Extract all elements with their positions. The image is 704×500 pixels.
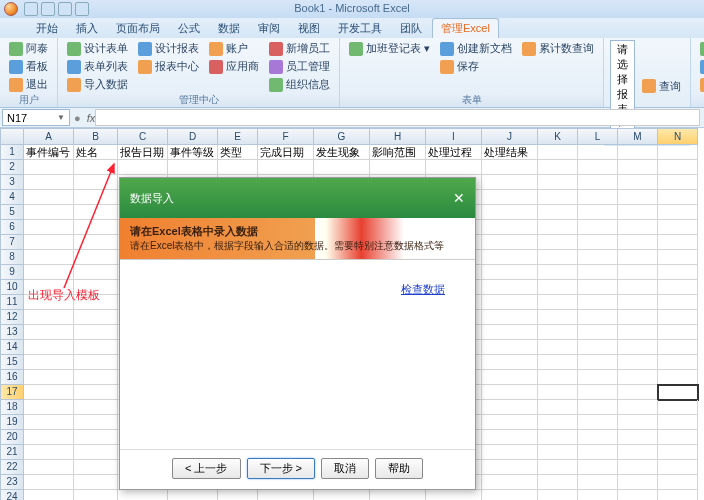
cell[interactable] [74,490,118,500]
row-header[interactable]: 10 [0,280,24,295]
cell[interactable] [618,205,658,220]
row-header[interactable]: 24 [0,490,24,500]
cell[interactable] [538,220,578,235]
cell[interactable] [658,370,698,385]
cell[interactable]: 处理结果 [482,145,538,160]
col-header-I[interactable]: I [426,128,482,145]
cell[interactable] [426,160,482,175]
cell[interactable] [618,340,658,355]
col-header-H[interactable]: H [370,128,426,145]
cell[interactable] [74,160,118,175]
col-header-L[interactable]: L [578,128,618,145]
cell[interactable] [578,295,618,310]
cell[interactable] [578,400,618,415]
cell[interactable] [482,445,538,460]
ribbon-btn[interactable]: 累计数查询 [519,40,597,57]
cell[interactable] [578,220,618,235]
cell[interactable] [658,190,698,205]
cell[interactable] [658,340,698,355]
cell[interactable]: 事件编号 [24,145,74,160]
cell[interactable] [618,160,658,175]
cell[interactable] [74,385,118,400]
cell[interactable] [538,445,578,460]
cell[interactable] [538,400,578,415]
cell[interactable] [618,265,658,280]
cell[interactable] [538,325,578,340]
cell[interactable] [538,475,578,490]
cell[interactable] [482,265,538,280]
cell[interactable] [482,460,538,475]
cell[interactable] [578,145,618,160]
cell[interactable] [74,250,118,265]
tab-9[interactable]: 管理Excel [432,18,499,38]
cell[interactable] [618,220,658,235]
cell[interactable] [538,460,578,475]
cell[interactable] [258,490,314,500]
cell[interactable] [74,475,118,490]
cell[interactable] [618,400,658,415]
cell[interactable] [618,310,658,325]
row-header[interactable]: 13 [0,325,24,340]
ribbon-btn[interactable]: 新增员工 [266,40,333,57]
cell[interactable] [24,355,74,370]
cell[interactable] [74,415,118,430]
cell[interactable] [482,385,538,400]
ribbon-btn[interactable]: 设计报表 [135,40,202,57]
prev-button[interactable]: < 上一步 [172,458,240,479]
cell[interactable] [618,415,658,430]
cell[interactable] [618,430,658,445]
cell[interactable] [578,370,618,385]
cell[interactable] [578,190,618,205]
col-header-M[interactable]: M [618,128,658,145]
cell[interactable] [578,280,618,295]
tab-4[interactable]: 数据 [210,19,248,38]
qat-print-icon[interactable] [75,2,89,16]
cell[interactable] [218,490,258,500]
ribbon-btn[interactable]: 账户 [206,40,262,57]
col-header-N[interactable]: N [658,128,698,145]
cell[interactable] [658,280,698,295]
cell[interactable] [482,250,538,265]
cell[interactable] [658,445,698,460]
cell[interactable] [24,475,74,490]
tab-7[interactable]: 开发工具 [330,19,390,38]
fx-icon[interactable]: fx [87,112,96,124]
row-header[interactable]: 16 [0,370,24,385]
cell[interactable] [24,175,74,190]
cell[interactable] [74,220,118,235]
row-header[interactable]: 14 [0,340,24,355]
ribbon-btn[interactable]: 应用商 [206,58,262,75]
cell[interactable] [24,415,74,430]
tab-3[interactable]: 公式 [170,19,208,38]
cell[interactable] [24,445,74,460]
cell[interactable] [118,490,168,500]
cell[interactable] [618,355,658,370]
cell[interactable] [658,160,698,175]
cell[interactable] [538,310,578,325]
ribbon-btn[interactable]: 保存 [437,58,515,75]
row-header[interactable]: 9 [0,265,24,280]
cell[interactable] [74,460,118,475]
cell[interactable] [482,400,538,415]
row-header[interactable]: 6 [0,220,24,235]
row-header[interactable]: 17 [0,385,24,400]
row-header[interactable]: 21 [0,445,24,460]
col-header-G[interactable]: G [314,128,370,145]
cell[interactable] [578,325,618,340]
cell[interactable] [658,430,698,445]
row-header[interactable]: 23 [0,475,24,490]
cell[interactable] [24,325,74,340]
cell[interactable] [74,370,118,385]
row-header[interactable]: 18 [0,400,24,415]
cell[interactable] [24,460,74,475]
cell[interactable] [658,400,698,415]
cell[interactable] [74,205,118,220]
cell[interactable] [578,160,618,175]
ribbon-btn[interactable]: 使用帮助 [697,76,704,93]
cell[interactable] [658,415,698,430]
row-header[interactable]: 5 [0,205,24,220]
row-header[interactable]: 20 [0,430,24,445]
cell[interactable] [578,415,618,430]
row-header[interactable]: 22 [0,460,24,475]
cell[interactable] [314,490,370,500]
